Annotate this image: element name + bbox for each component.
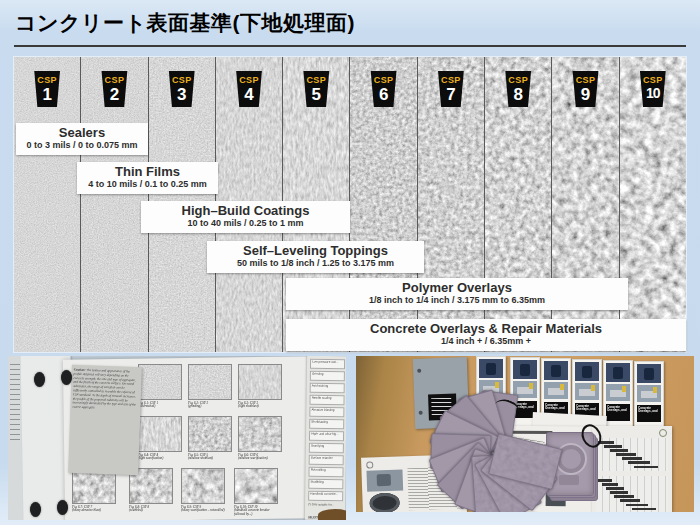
brochure-title-block: Concrete Overlays, and [637, 405, 661, 422]
csp-tag-number: 9 [572, 86, 600, 103]
method-row: Low pressure wat... [310, 359, 345, 369]
method-row: Shotblasting [309, 419, 344, 429]
coating-label-high-build: High–Build Coatings10 to 40 mils / 0.25 … [141, 201, 350, 233]
csp-tag-text: CSP [639, 76, 667, 85]
coating-range: 1/4 inch + / 6.35mm + [286, 336, 686, 347]
brochure-photo-top [544, 361, 568, 380]
method-row: Acid etching [310, 383, 345, 393]
csp-tag-3: CSP3 [168, 71, 196, 107]
coating-label-sealers: Sealers0 to 3 mils / 0 to 0.075 mm [16, 123, 148, 155]
figure-subcaption: (heavy scarification – rotomilled) [181, 509, 225, 512]
figure-subcaption: (light shotblast) [238, 405, 259, 408]
figure-subcaption: (grinding) [188, 405, 201, 408]
figure-caption: Fig. 6.7: CSP 7 [72, 505, 92, 508]
caution-title: Caution! [74, 368, 86, 372]
coating-range: 50 mils to 1/8 inch / 1.25 to 3.175 mm [207, 258, 424, 269]
brochure-title-block: Concrete Overlays, and [606, 404, 630, 421]
figure-csp10: Fig. 6.10: CSP 10(handheld concrete brea… [234, 468, 278, 520]
figure-csp6: Fig. 6.6: CSP 6(medium scarification) [238, 416, 282, 467]
figure-csp3: Fig. 6.3: CSP 3(light shotblast) [238, 364, 282, 415]
csp-tag-number: 10 [639, 86, 667, 100]
binder-hole [34, 372, 45, 387]
caution-note: Caution! The texture and appearance of t… [68, 365, 142, 475]
figure-subcaption: (acid-etched) [138, 405, 155, 408]
csp-texture-montage: CSP1 CSP2 CSP3 CSP4 CSP5 CSP6 CSP7 CSP8 … [14, 57, 686, 352]
csp-tag-text: CSP [437, 76, 465, 85]
figure-csp9: Fig. 6.9: CSP 9(heavy scarification – ro… [181, 468, 225, 519]
figure-caption: Fig. 6.4: CSP 4 [138, 453, 158, 456]
coating-name: Concrete Overlays & Repair Materials [286, 322, 686, 336]
brochure-photo-bottom [575, 383, 599, 400]
csp-column-10: CSP10 [619, 57, 686, 352]
binder-hole [57, 500, 68, 515]
figure-caption: Fig. 6.3: CSP 3 [238, 401, 258, 404]
coating-name: Sealers [16, 126, 148, 140]
slide-root: コンクリート表面基準(下地処理面) CSP1 CSP2 CSP3 CSP4 CS… [0, 0, 700, 525]
brochure-photo-bottom [606, 384, 630, 401]
brochure-photo-top [479, 359, 503, 378]
figure-subcaption: (medium scarification) [238, 457, 268, 460]
csp-tag-text: CSP [33, 76, 61, 85]
csp-tag-text: CSP [168, 76, 196, 85]
photo-binder-page: Caution! The texture and appearance of t… [8, 356, 346, 520]
figure-csp1: Fig. 6.1: CSP 1(acid-etched) [138, 364, 182, 415]
csp-tag-5: CSP5 [302, 71, 330, 107]
figure-caption: Fig. 6.10: CSP 10 [234, 505, 257, 508]
figure-caption: Fig. 6.5: CSP 5 [188, 453, 208, 456]
csp-tag-number: 2 [100, 86, 128, 103]
method-row: Rotomilling [308, 467, 343, 477]
csp-column-2: CSP2 [80, 57, 147, 352]
csp-tag-4: CSP4 [235, 71, 263, 107]
coating-label-polymer-overlays: Polymer Overlays1/8 inch to 1/4 inch / 3… [286, 278, 628, 310]
coating-range: 0 to 3 mils / 0 to 0.075 mm [16, 140, 148, 151]
figure-caption: Fig. 6.1: CSP 1 [138, 401, 158, 404]
figure-caption: Fig. 6.8: CSP 8 [129, 505, 149, 508]
method-row: Surface retarder [309, 455, 344, 465]
csp-tag-9: CSP9 [572, 71, 600, 107]
coating-name: High–Build Coatings [141, 204, 350, 218]
coating-range: 10 to 40 mils / 0.25 to 1 mm [141, 218, 350, 229]
method-row: Grinding [310, 371, 345, 381]
csp-tag-number: 3 [168, 86, 196, 103]
brochure-photo-top [637, 364, 661, 383]
page-title: コンクリート表面基準(下地処理面) [15, 9, 685, 37]
csp-tag-text: CSP [572, 76, 600, 85]
brochure-photo-top [606, 363, 630, 382]
grinder-disc-photo [369, 493, 400, 512]
folder-hole [417, 369, 421, 373]
paper-selection-chart [592, 426, 672, 512]
coating-label-self-leveling: Self–Leveling Toppings50 mils to 1/8 inc… [207, 241, 424, 273]
coating-label-concrete-overlays: Concrete Overlays & Repair Materials1/4 … [286, 319, 686, 351]
title-divider [14, 45, 686, 47]
csp-tag-1: CSP1 [33, 71, 61, 107]
csp-column-1: CSP1 [14, 57, 80, 352]
gantt-chart-bottom [596, 476, 668, 512]
figure-csp2: Fig. 6.2: CSP 2(grinding) [188, 364, 232, 415]
csp-tag-10: CSP10 [639, 71, 667, 107]
method-sidebar: Low pressure wat... Grinding Acid etchin… [305, 356, 346, 520]
csp-tag-7: CSP7 [437, 71, 465, 107]
figure-caption: Fig. 6.2: CSP 2 [188, 401, 208, 404]
coating-name: Self–Leveling Toppings [207, 244, 424, 258]
binder-hole [61, 370, 72, 385]
caution-text: The texture and appearance of the profil… [72, 368, 136, 409]
figure-subcaption: (heavy abrasive blast) [72, 509, 101, 512]
brochure-photo-bottom [544, 382, 568, 399]
sidebar-footnote: (*) Only suitable for... [308, 503, 346, 507]
figure-subcaption: (medium shotblast) [188, 457, 213, 460]
logo-mark [366, 461, 373, 468]
figure-caption: Fig. 6.9: CSP 9 [181, 505, 201, 508]
brochure-photo-bottom [637, 385, 661, 402]
figure-caption: Fig. 6.6: CSP 6 [238, 453, 258, 456]
method-row: Abrasive blasting [309, 407, 344, 417]
csp-tag-number: 7 [437, 86, 465, 103]
figure-csp4: Fig. 6.4: CSP 4(light scarification) [138, 416, 182, 467]
coating-range: 4 to 10 mils / 0.1 to 0.25 mm [77, 179, 218, 190]
brochure: Concrete Overlays, and [603, 360, 633, 436]
desk-object [318, 509, 346, 520]
csp-tag-text: CSP [370, 76, 398, 85]
coating-range: 1/8 inch to 1/4 inch / 3.175 mm to 6.35m… [286, 295, 628, 306]
machine-photo [366, 469, 403, 491]
figure-subcaption: (handheld concrete breaker followed by..… [234, 509, 270, 516]
figure-csp7: Fig. 6.7: CSP 7(heavy abrasive blast) [72, 468, 116, 519]
